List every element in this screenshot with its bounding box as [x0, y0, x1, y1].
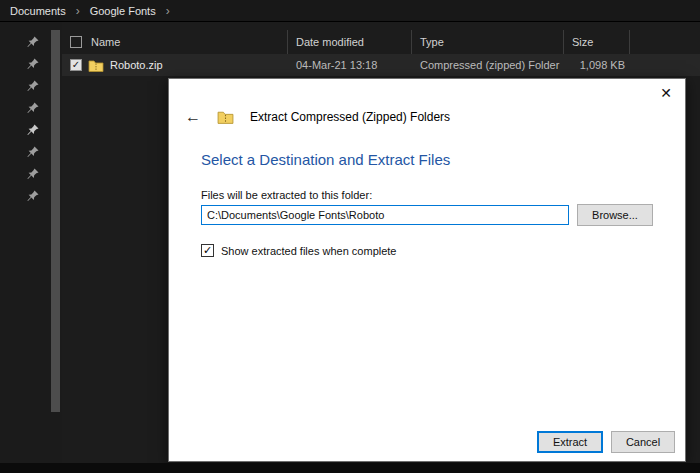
- show-extracted-label: Show extracted files when complete: [221, 245, 396, 257]
- table-row[interactable]: ✓ Roboto.zip 04-Mar-21 13:18 Compressed …: [62, 54, 700, 76]
- breadcrumb-item-documents[interactable]: Documents: [10, 5, 66, 17]
- column-header-type[interactable]: Type: [412, 30, 564, 54]
- check-icon: ✓: [203, 245, 212, 256]
- extract-button[interactable]: Extract: [537, 431, 603, 453]
- pin-icon[interactable]: [27, 188, 39, 200]
- pin-icon[interactable]: [27, 166, 39, 178]
- destination-path-input[interactable]: [201, 205, 569, 225]
- file-name-cell: ✓ Roboto.zip: [62, 54, 288, 76]
- pinned-items-list: [27, 34, 39, 200]
- zip-folder-icon: [88, 59, 104, 72]
- pin-icon[interactable]: [27, 122, 39, 134]
- pin-icon[interactable]: [27, 78, 39, 90]
- pin-icon[interactable]: [27, 100, 39, 112]
- breadcrumb: Documents › Google Fonts ›: [0, 0, 700, 22]
- pin-icon[interactable]: [27, 34, 39, 46]
- row-checkbox[interactable]: ✓: [70, 59, 82, 71]
- chevron-right-icon[interactable]: ›: [76, 4, 80, 18]
- dialog-title: Extract Compressed (Zipped) Folders: [250, 110, 450, 124]
- zip-folder-icon: [217, 110, 234, 124]
- file-name: Roboto.zip: [110, 59, 163, 71]
- back-arrow-icon[interactable]: ←: [185, 109, 201, 125]
- show-extracted-row: ✓ Show extracted files when complete: [201, 244, 396, 257]
- column-header-size[interactable]: Size: [564, 30, 630, 54]
- close-icon[interactable]: ✕: [660, 85, 672, 101]
- pin-icon[interactable]: [27, 56, 39, 68]
- pin-icon[interactable]: [27, 144, 39, 156]
- column-header-date-modified[interactable]: Date modified: [288, 30, 412, 54]
- column-label-name: Name: [91, 36, 120, 48]
- chevron-right-icon[interactable]: ›: [166, 4, 170, 18]
- dialog-header: ← Extract Compressed (Zipped) Folders: [185, 109, 450, 125]
- column-header-filler: [630, 30, 700, 54]
- navigation-pane: [0, 22, 62, 473]
- file-date-modified: 04-Mar-21 13:18: [288, 54, 412, 76]
- breadcrumb-item-google-fonts[interactable]: Google Fonts: [90, 5, 156, 17]
- file-type: Compressed (zipped) Folder: [412, 54, 564, 76]
- column-header-row: Name Date modified Type Size: [62, 30, 700, 54]
- window-bottom-edge: [0, 463, 700, 473]
- show-extracted-checkbox[interactable]: ✓: [201, 244, 214, 257]
- column-header-name[interactable]: Name: [62, 30, 288, 54]
- column-label-date-modified: Date modified: [296, 36, 364, 48]
- extract-dialog: ✕ ← Extract Compressed (Zipped) Folders …: [168, 78, 686, 462]
- dialog-heading: Select a Destination and Extract Files: [201, 151, 450, 168]
- file-size: 1,098 KB: [564, 54, 630, 76]
- sidebar-scrollbar[interactable]: [51, 30, 60, 412]
- cancel-button[interactable]: Cancel: [611, 431, 675, 453]
- check-icon: ✓: [72, 60, 80, 70]
- column-label-type: Type: [420, 36, 444, 48]
- browse-button[interactable]: Browse...: [577, 204, 653, 226]
- destination-label: Files will be extracted to this folder:: [201, 189, 372, 201]
- column-label-size: Size: [572, 36, 593, 48]
- select-all-checkbox[interactable]: [70, 36, 82, 48]
